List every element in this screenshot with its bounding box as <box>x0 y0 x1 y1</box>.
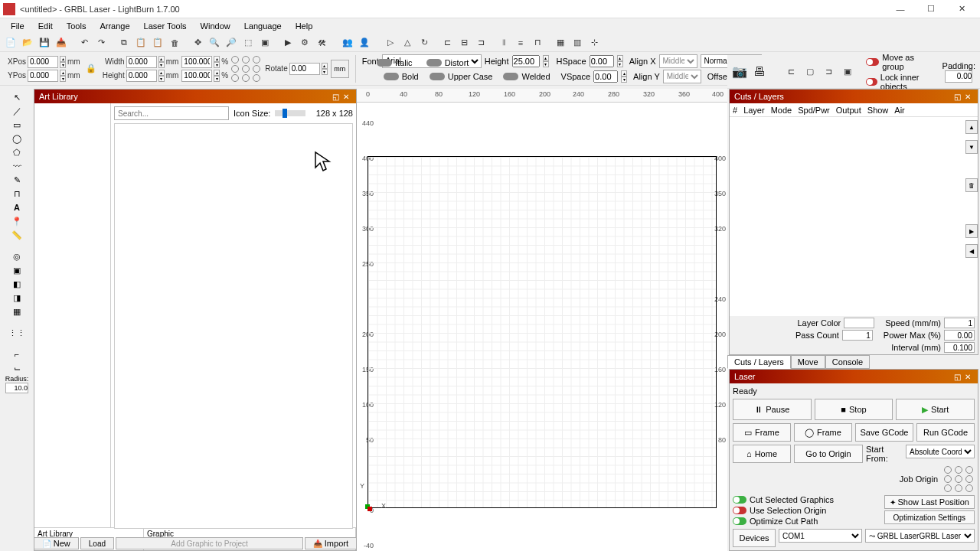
polygon-tool-icon[interactable]: ⬠ <box>9 145 24 159</box>
tab-console[interactable]: Console <box>825 355 870 369</box>
stop-button[interactable]: ■Stop <box>815 399 893 420</box>
artlib-new-button[interactable]: 📄 New <box>34 537 79 549</box>
position-icon[interactable]: 📍 <box>9 214 24 228</box>
radius-in-icon[interactable]: ⌐ <box>9 347 24 361</box>
interval-input[interactable] <box>944 342 975 353</box>
zoomsel-icon[interactable]: ▣ <box>257 35 273 51</box>
menu-file[interactable]: File <box>5 20 31 32</box>
rect-tool-icon[interactable]: ▭ <box>9 118 24 132</box>
array-icon[interactable]: ▦ <box>9 305 24 318</box>
layer-up-icon[interactable]: ▲ <box>965 120 978 134</box>
laser-dock-icon[interactable]: ◱ <box>952 371 962 382</box>
devicesettings-icon[interactable]: 🛠 <box>314 35 329 51</box>
layer-left-icon[interactable]: ◀ <box>965 244 978 258</box>
pan-icon[interactable]: ✥ <box>190 35 205 51</box>
distort-toggle[interactable] <box>426 59 442 67</box>
layercolor-swatch[interactable] <box>844 318 874 328</box>
lockinner-toggle[interactable] <box>866 78 877 86</box>
bool-icon[interactable]: ◧ <box>9 277 24 291</box>
padding-input[interactable] <box>945 70 972 83</box>
alignx-select[interactable]: Middle <box>659 54 697 68</box>
arrange3-icon[interactable]: ⊹ <box>586 35 602 51</box>
bold-toggle[interactable] <box>384 73 399 80</box>
tab-move[interactable]: Move <box>791 355 825 369</box>
menu-edit[interactable]: Edit <box>32 20 59 32</box>
menu-tools[interactable]: Tools <box>60 20 93 32</box>
paste2-icon[interactable]: 📋 <box>150 35 165 51</box>
showlast-button[interactable]: ✦ Show Last Position <box>884 495 975 509</box>
weld-icon[interactable]: ▣ <box>9 263 24 277</box>
cuts-dock-icon[interactable]: ◱ <box>952 91 962 102</box>
work-area[interactable] <box>368 156 717 508</box>
rotate-input[interactable] <box>289 63 320 75</box>
comport-select[interactable]: COM1 <box>779 529 862 543</box>
movegroup-toggle[interactable] <box>866 58 879 66</box>
artlib-load-button[interactable]: Load <box>80 537 114 549</box>
menu-arrange[interactable]: Arrange <box>93 20 136 32</box>
align-obj3-icon[interactable]: ⊐ <box>822 64 835 80</box>
text-tool-icon[interactable]: A <box>9 201 24 214</box>
welded-toggle[interactable] <box>503 73 518 80</box>
artlib-dock-icon[interactable]: ◱ <box>330 91 341 102</box>
home-button[interactable]: ⌂Home <box>733 445 791 463</box>
cutsel-toggle[interactable] <box>733 496 746 504</box>
pause-button[interactable]: ⏸Pause <box>733 399 812 420</box>
frame-rect-button[interactable]: ▭Frame <box>733 423 791 442</box>
upper-toggle[interactable] <box>430 73 445 80</box>
artlib-close-icon[interactable]: ✕ <box>341 91 351 102</box>
menu-window[interactable]: Window <box>194 20 237 32</box>
tab-cutslayers[interactable]: Cuts / Layers <box>727 355 791 369</box>
hspace-input[interactable] <box>590 55 614 67</box>
settings-icon[interactable]: ⚙ <box>297 35 312 51</box>
rungcode-button[interactable]: Run GCode <box>916 423 975 442</box>
zoomfit-icon[interactable]: ⬚ <box>240 35 256 51</box>
ypos-input[interactable] <box>28 70 58 82</box>
camera-icon[interactable]: 📷 <box>732 64 747 80</box>
fontheight-input[interactable] <box>512 55 540 67</box>
unit-button[interactable]: mm <box>331 60 349 78</box>
bezier-tool-icon[interactable]: 〰 <box>9 159 24 173</box>
menu-help[interactable]: Help <box>289 20 319 32</box>
arrange2-icon[interactable]: ▥ <box>570 35 585 51</box>
savegcode-button[interactable]: Save GCode <box>855 423 913 442</box>
goorigin-button[interactable]: Go to Origin <box>794 445 863 463</box>
align-obj4-icon[interactable]: ▣ <box>841 64 854 80</box>
print-icon[interactable]: 🖶 <box>753 64 766 80</box>
cuts-list[interactable]: ▲ ▼ 🗑 ▶ ◀ <box>730 117 978 316</box>
height-input[interactable] <box>126 70 157 82</box>
group-icon[interactable]: 👥 <box>340 35 355 51</box>
canvas-area[interactable]: 0 40 80 120 160 200 240 280 320 360 400 … <box>357 89 727 551</box>
align-obj1-icon[interactable]: ⊏ <box>785 64 798 80</box>
passcount-input[interactable] <box>842 330 873 341</box>
machine-select[interactable]: ⤳ GRBL LaserGRBL Laser <box>865 529 975 543</box>
cuts-close-icon[interactable]: ✕ <box>962 91 973 102</box>
grid-icon[interactable]: ⋮⋮ <box>9 326 24 340</box>
measure-icon[interactable]: 📏 <box>9 228 24 242</box>
redo-icon[interactable]: ↷ <box>93 35 109 51</box>
paste-icon[interactable]: 📋 <box>133 35 149 51</box>
new-icon[interactable]: 📄 <box>3 35 18 51</box>
menu-language[interactable]: Language <box>238 20 288 32</box>
delete-icon[interactable]: 🗑 <box>167 35 182 51</box>
undo-icon[interactable]: ↶ <box>77 35 92 51</box>
zoomin-icon[interactable]: 🔍 <box>207 35 222 51</box>
edit-nodes-icon[interactable]: ✎ <box>9 173 24 187</box>
import-icon[interactable]: 📥 <box>54 35 69 51</box>
arrange1-icon[interactable]: ▦ <box>553 35 568 51</box>
preview-icon[interactable]: ▶ <box>280 35 296 51</box>
offset-icon[interactable]: ◎ <box>9 249 24 263</box>
aligny-select[interactable]: Middle <box>663 70 701 83</box>
powermax-input[interactable] <box>944 330 975 341</box>
layer-delete-icon[interactable]: 🗑 <box>965 178 978 192</box>
italic-toggle[interactable] <box>377 59 392 67</box>
scalew-input[interactable] <box>181 56 212 68</box>
laser-close-icon[interactable]: ✕ <box>962 371 973 382</box>
align-obj2-icon[interactable]: ▢ <box>803 64 816 80</box>
select-tool-icon[interactable]: ↖ <box>9 90 24 104</box>
ellipse-tool-icon[interactable]: ◯ <box>9 132 24 145</box>
copy-icon[interactable]: ⧉ <box>116 35 132 51</box>
radius-out-icon[interactable]: ⌙ <box>9 361 24 375</box>
anchor-grid[interactable] <box>231 56 262 82</box>
start-button[interactable]: ▶Start <box>896 399 975 420</box>
joborigin-grid[interactable] <box>944 466 975 492</box>
